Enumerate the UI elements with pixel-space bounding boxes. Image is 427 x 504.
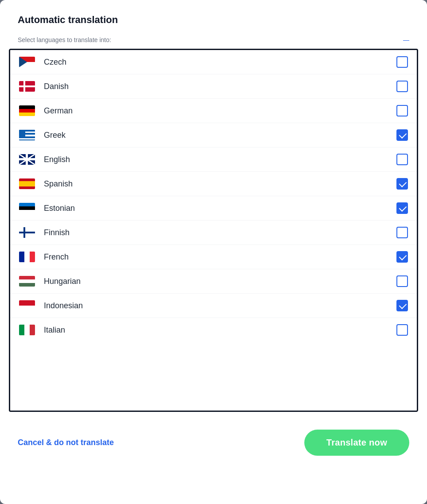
- language-name-hu: Hungarian: [44, 277, 396, 286]
- flag-hu: [19, 276, 35, 287]
- language-name-da: Danish: [44, 82, 396, 91]
- select-all-link[interactable]: —: [403, 36, 409, 43]
- language-row[interactable]: Finnish: [10, 221, 417, 245]
- language-name-en: English: [44, 155, 396, 164]
- flag-fi: [19, 227, 35, 238]
- language-name-id: Indonesian: [44, 301, 396, 310]
- language-row[interactable]: Hungarian: [10, 269, 417, 294]
- language-name-fi: Finnish: [44, 228, 396, 237]
- checkbox-de[interactable]: [396, 105, 408, 116]
- language-row[interactable]: Czech: [10, 50, 417, 74]
- checkbox-es[interactable]: [396, 178, 408, 190]
- language-row[interactable]: Indonesian: [10, 294, 417, 318]
- flag-it: [19, 325, 35, 335]
- language-row[interactable]: Estonian: [10, 196, 417, 221]
- cancel-button[interactable]: Cancel & do not translate: [18, 433, 114, 453]
- language-name-fr: French: [44, 252, 396, 262]
- translate-button[interactable]: Translate now: [304, 430, 409, 456]
- checkbox-fr[interactable]: [396, 251, 408, 263]
- language-row[interactable]: Spanish: [10, 172, 417, 196]
- checkbox-id[interactable]: [396, 300, 408, 311]
- flag-fr: [19, 252, 35, 262]
- language-name-de: German: [44, 106, 396, 116]
- language-list: CzechDanishGermanGreekEnglishSpanishEsto…: [9, 49, 418, 412]
- flag-et: [19, 203, 35, 213]
- language-name-it: Italian: [44, 326, 396, 335]
- flag-el: [19, 130, 35, 140]
- language-name-es: Spanish: [44, 179, 396, 189]
- flag-da: [19, 81, 35, 92]
- language-row[interactable]: Danish: [10, 74, 417, 99]
- flag-de: [19, 105, 35, 116]
- language-row[interactable]: French: [10, 245, 417, 269]
- checkbox-en[interactable]: [396, 154, 408, 165]
- checkbox-et[interactable]: [396, 202, 408, 214]
- modal-subtitle-row: Select languages to translate into: —: [0, 33, 427, 43]
- modal-title: Automatic translation: [18, 14, 409, 26]
- flag-en: [19, 154, 35, 165]
- checkbox-el[interactable]: [396, 129, 408, 141]
- language-name-et: Estonian: [44, 204, 396, 213]
- modal-header: Automatic translation: [0, 0, 427, 33]
- checkbox-it[interactable]: [396, 324, 408, 336]
- checkbox-hu[interactable]: [396, 275, 408, 287]
- modal-container: Automatic translation Select languages t…: [0, 0, 427, 504]
- checkbox-fi[interactable]: [396, 227, 408, 238]
- language-name-cs: Czech: [44, 58, 396, 67]
- language-name-el: Greek: [44, 131, 396, 140]
- language-row[interactable]: German: [10, 99, 417, 123]
- modal-footer: Cancel & do not translate Translate now: [0, 417, 427, 468]
- modal-subtitle: Select languages to translate into:: [18, 36, 111, 43]
- flag-es: [19, 178, 35, 189]
- flag-id: [19, 300, 35, 311]
- flag-cs: [19, 57, 35, 67]
- language-row[interactable]: English: [10, 147, 417, 172]
- language-row[interactable]: Italian: [10, 318, 417, 342]
- language-row[interactable]: Greek: [10, 123, 417, 147]
- checkbox-cs[interactable]: [396, 56, 408, 68]
- checkbox-da[interactable]: [396, 81, 408, 92]
